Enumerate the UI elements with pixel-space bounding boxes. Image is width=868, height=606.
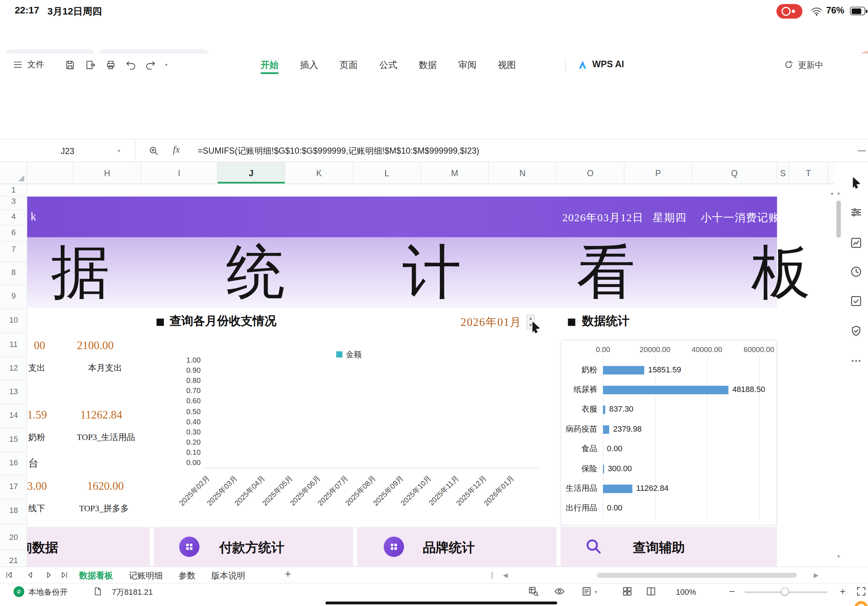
fullscreen-icon[interactable] [856,586,867,597]
next-sheet-icon[interactable] [44,570,53,580]
row-header-7[interactable]: 7 [0,244,27,254]
export-icon[interactable] [85,59,96,71]
column-header-J[interactable]: J [218,162,286,184]
row-header-3[interactable]: 3 [0,196,27,206]
collapse-formula-bar-icon[interactable] [858,150,866,152]
row-header-1[interactable]: 1 [0,185,27,194]
ribbon-tab-视图[interactable]: 视图 [498,54,516,76]
tasks-check-icon[interactable] [849,294,863,308]
print-icon[interactable] [105,59,116,71]
sum-detail-icon[interactable] [93,586,103,597]
row-header-16[interactable]: 16 [0,458,27,467]
page-setup-chevron-icon[interactable]: ▾ [595,590,597,595]
page-setup-icon[interactable] [581,586,592,597]
row-header-15[interactable]: 15 [0,434,27,444]
ribbon-tab-插入[interactable]: 插入 [300,54,318,76]
row-header-4[interactable]: 4 [0,212,27,221]
sheet-canvas[interactable]: k 2026年03月12日 星期四 小十一消费记账本 据统计看板 查询各月份收支… [27,184,828,567]
visibility-eye-icon[interactable] [554,586,565,597]
backup-status-label[interactable]: 本地备份开 [28,587,68,598]
assistive-touch-ball[interactable] [852,598,868,606]
row-header-18[interactable]: 18 [0,506,27,515]
row-header-10[interactable]: 10 [0,315,27,325]
redo-icon[interactable] [145,59,156,71]
ribbon-tab-公式[interactable]: 公式 [379,54,397,76]
protect-shield-icon[interactable] [849,324,863,337]
history-chevron-icon[interactable]: ▾ [165,63,167,68]
ribbon-tab-开始[interactable]: 开始 [260,54,279,76]
column-header-O[interactable]: O [556,162,625,184]
column-header-L[interactable]: L [353,162,421,184]
sheet-tab-数据看板[interactable]: 数据看板 [79,567,113,583]
column-header-P[interactable]: P [625,162,693,184]
nav-query-helper[interactable]: 查询辅助 [633,539,685,556]
row-header-17[interactable]: 17 [0,482,27,491]
ribbon-tab-数据[interactable]: 数据 [419,54,437,76]
column-header-H[interactable]: H [73,162,141,184]
row-header-21[interactable]: 21 [0,556,27,565]
wps-ai-button[interactable]: WPS AI [592,59,624,70]
scroll-down-icon[interactable]: ▼ [836,554,841,559]
home-indicator[interactable] [326,601,557,604]
tab-splitter-handle[interactable] [492,572,493,579]
row-header-9[interactable]: 9 [0,291,27,300]
payer-stats-circle[interactable] [179,536,200,557]
sheet-tab-版本说明[interactable]: 版本说明 [211,567,245,583]
column-header[interactable] [27,162,73,184]
scroll-left-icon[interactable]: ◀ [503,572,508,579]
first-sheet-icon[interactable] [5,570,14,580]
select-cursor-tool-icon[interactable] [849,176,863,190]
hamburger-menu-icon[interactable] [12,59,23,70]
brand-stats-circle[interactable] [384,536,404,557]
sheet-tab-记账明细[interactable]: 记账明细 [129,567,163,583]
column-header-I[interactable]: I [141,162,218,184]
horizontal-scrollbar[interactable] [597,573,797,578]
row-header-20[interactable]: 20 [0,533,27,542]
ribbon-tab-审阅[interactable]: 审阅 [458,54,476,76]
row-header-14[interactable]: 14 [0,411,27,420]
adjust-settings-icon[interactable] [849,206,863,219]
last-sheet-icon[interactable] [60,570,69,580]
zoom-in-button[interactable]: + [840,586,845,597]
column-header-K[interactable]: K [285,162,353,184]
sheet-tab-参数[interactable]: 参数 [178,567,195,583]
cell-reference-box[interactable]: J23 ▾ [0,139,136,162]
spinner-up-icon[interactable]: ▲ [529,316,533,321]
zoom-level-value[interactable]: 100% [676,587,696,597]
row-header-8[interactable]: 8 [0,268,27,277]
nav-payer-stats[interactable]: 付款方统计 [219,539,284,556]
save-icon[interactable] [64,59,76,71]
scroll-right-icon[interactable]: ▶ [814,572,818,579]
nav-query-data[interactable]: 询数据 [27,539,59,556]
zoom-slider-handle[interactable] [781,587,789,595]
undo-icon[interactable] [126,59,137,71]
vertical-scrollbar[interactable]: ▲ ▼ [835,162,843,566]
vertical-scroll-thumb[interactable] [836,201,841,238]
month-picker-value[interactable]: 2026年01月 [460,315,522,330]
column-header-S[interactable]: S [777,162,789,184]
chart-tool-icon[interactable] [849,236,863,250]
history-clock-icon[interactable] [849,265,863,278]
nav-brand-stats[interactable]: 品牌统计 [423,539,475,556]
screen-recording-indicator[interactable] [777,4,803,19]
add-sheet-button[interactable]: + [285,568,291,581]
normal-view-icon[interactable] [622,586,633,597]
row-header-11[interactable]: 11 [0,339,27,348]
scroll-up-icon[interactable]: ▲ [836,190,841,195]
column-header-Q[interactable]: Q [692,162,777,184]
file-menu-button[interactable]: 文件 [27,59,44,70]
backup-sync-icon[interactable] [14,586,24,597]
fx-insert-function-button[interactable]: fx [173,144,180,155]
ribbon-tab-页面[interactable]: 页面 [339,54,358,76]
column-header-T[interactable]: T [789,162,828,184]
previous-sheet-icon[interactable] [26,570,35,580]
zoom-out-button[interactable]: − [729,586,735,597]
row-header-6[interactable]: 6 [0,228,27,237]
select-all-corner[interactable] [0,162,27,184]
row-header-13[interactable]: 13 [0,387,27,396]
row-header-12[interactable]: 12 [0,363,27,373]
pivot-search-icon[interactable] [528,586,539,597]
zoom-formula-icon[interactable] [148,145,159,156]
more-ellipsis-icon[interactable] [849,354,863,368]
formula-input[interactable]: =SUMIFS(记账明细!$G$10:$G$999999,记账明细!$M$10:… [198,146,479,156]
